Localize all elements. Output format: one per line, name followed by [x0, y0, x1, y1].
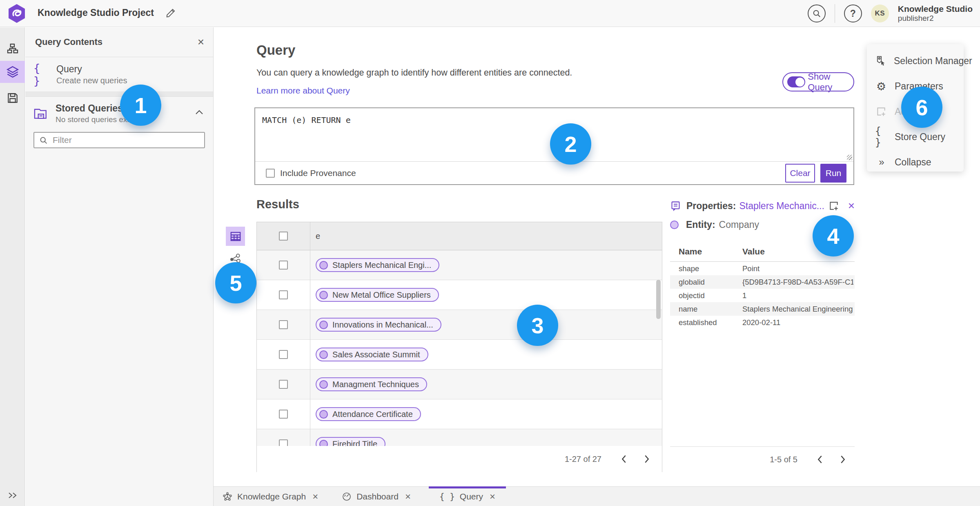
property-row: globalid{5D9B4713-F98D-4A53-A59F-C11... [670, 275, 855, 289]
layers-icon[interactable] [0, 61, 25, 83]
stored-queries-folder-icon [33, 106, 49, 121]
show-query-label: Show Query [808, 71, 853, 93]
save-icon[interactable] [0, 87, 25, 109]
app-logo-icon [7, 4, 26, 23]
query-contents-title: Query Contents [35, 37, 102, 47]
expand-rail-icon[interactable] [0, 488, 25, 503]
tab-knowledge-graph[interactable]: Knowledge Graph × [217, 487, 324, 506]
row-checkbox[interactable] [279, 350, 288, 359]
tab-close-icon[interactable]: × [490, 492, 495, 502]
query-controls: Include Provenance Clear Run [255, 162, 853, 184]
properties-header: Properties: Staplers Mechanic... × [670, 200, 855, 212]
properties-title: Properties: [686, 201, 736, 212]
table-row[interactable]: Managment Techniques [257, 370, 662, 399]
user-block[interactable]: Knowledge Studio publisher2 [898, 4, 973, 23]
menu-item-store-query[interactable]: { } Store Query [867, 124, 964, 149]
close-properties-icon[interactable]: × [848, 200, 855, 212]
query-braces-icon: { } [439, 492, 455, 502]
top-bar-divider [835, 4, 835, 23]
row-checkbox[interactable] [279, 290, 288, 299]
page-previous-icon[interactable] [618, 453, 630, 465]
run-button[interactable]: Run [820, 164, 846, 183]
help-icon[interactable]: ? [844, 4, 862, 22]
entity-pill[interactable]: Attendance Certificate [316, 407, 421, 421]
select-all-checkbox[interactable] [279, 232, 288, 241]
row-checkbox[interactable] [279, 320, 288, 329]
tab-close-icon[interactable]: × [405, 492, 411, 502]
entity-pill[interactable]: Managment Techniques [316, 377, 427, 391]
bottom-tab-bar: Knowledge Graph × Dashboard × { } Query … [214, 486, 980, 506]
query-item-label: Query [56, 64, 127, 75]
menu-item-selection-manager[interactable]: Selection Manager [867, 48, 964, 74]
column-header-e: e [310, 232, 320, 241]
toggle-track[interactable] [787, 76, 805, 87]
learn-more-link[interactable]: Learn more about Query [256, 86, 350, 96]
property-row: objectid1 [670, 289, 855, 302]
query-contents-item-query[interactable]: { } Query Create new queries [25, 57, 213, 92]
properties-page-previous-icon[interactable] [814, 453, 826, 466]
annotation-circle-4: 4 [813, 215, 854, 256]
show-query-toggle[interactable]: Show Query [782, 72, 854, 91]
search-icon[interactable] [808, 4, 826, 22]
properties-page-next-icon[interactable] [837, 453, 849, 466]
dashboard-icon [342, 492, 352, 502]
table-row[interactable]: Attendance Certificate [257, 399, 662, 429]
table-row[interactable]: Sales Associate Summit [257, 340, 662, 370]
results-title: Results [256, 198, 299, 211]
scrollbar-thumb[interactable] [656, 280, 661, 319]
table-row[interactable]: Staplers Mechanical Engi... [257, 250, 662, 280]
entity-pill[interactable]: New Metal Office Suppliers [316, 288, 439, 302]
close-panel-icon[interactable]: × [198, 36, 204, 48]
row-checkbox[interactable] [279, 380, 288, 389]
entity-dot-icon [319, 410, 328, 419]
table-row[interactable]: New Metal Office Suppliers [257, 280, 662, 310]
entity-label: Entity: [686, 219, 715, 230]
entity-pill[interactable]: Sales Associate Summit [316, 348, 428, 361]
property-row: established2020-02-11 [670, 316, 855, 329]
query-code-text: MATCH (e) RETURN e [255, 108, 853, 125]
chevron-up-icon[interactable] [194, 109, 204, 116]
properties-footer: 1-5 of 5 [670, 446, 855, 472]
entity-type-dot-icon [670, 221, 679, 229]
clear-button[interactable]: Clear [785, 164, 815, 183]
table-row[interactable]: Firebird Title [257, 429, 662, 446]
annotation-circle-2: 2 [550, 123, 591, 165]
tab-query[interactable]: { } Query × [429, 487, 506, 506]
tab-close-icon[interactable]: × [312, 492, 318, 502]
edit-title-icon[interactable] [165, 7, 176, 19]
annotation-circle-3: 3 [517, 305, 558, 346]
stored-queries-description: No stored queries exist [56, 115, 135, 124]
results-pagination: 1-27 of 27 [257, 446, 662, 472]
page-next-icon[interactable] [641, 453, 653, 465]
include-provenance-checkbox[interactable] [266, 169, 275, 178]
menu-item-collapse[interactable]: » Collapse [867, 149, 964, 175]
row-checkbox[interactable] [279, 439, 288, 446]
top-bar-actions: ? KS Knowledge Studio publisher2 [808, 0, 973, 27]
filter-search-icon [39, 136, 48, 145]
properties-entity-link[interactable]: Staplers Mechanic... [739, 201, 824, 212]
entity-pill[interactable]: Firebird Title [316, 437, 385, 446]
project-title: Knowledge Studio Project [38, 7, 154, 18]
stored-queries-section[interactable]: Stored Queries No stored queries exist [25, 97, 213, 130]
results-scroll-area[interactable]: Staplers Mechanical Engi... New Metal Of… [257, 250, 662, 446]
properties-page-info: 1-5 of 5 [770, 455, 797, 464]
row-checkbox[interactable] [279, 261, 288, 270]
table-row[interactable]: Innovations in Mechanical... [257, 310, 662, 340]
properties-table: Name Value shapePoint globalid{5D9B4713-… [670, 247, 855, 329]
query-description: You can query a knowledge graph to ident… [256, 68, 572, 78]
entity-pill[interactable]: Innovations in Mechanical... [316, 318, 441, 332]
tab-dashboard[interactable]: Dashboard × [336, 487, 416, 506]
add-to-new-icon[interactable] [829, 201, 839, 211]
annotation-circle-6: 6 [901, 87, 942, 128]
table-view-icon[interactable] [226, 227, 245, 246]
query-item-description: Create new queries [56, 76, 127, 85]
row-checkbox[interactable] [279, 410, 288, 419]
hierarchy-icon[interactable] [0, 38, 25, 60]
resize-handle[interactable] [847, 155, 852, 160]
panel-gap [25, 92, 213, 97]
avatar[interactable]: KS [871, 4, 889, 22]
filter-input[interactable] [53, 135, 199, 145]
entity-pill[interactable]: Staplers Mechanical Engi... [316, 258, 439, 272]
collapse-chevrons-icon: » [875, 156, 887, 168]
column-divider [310, 222, 310, 446]
